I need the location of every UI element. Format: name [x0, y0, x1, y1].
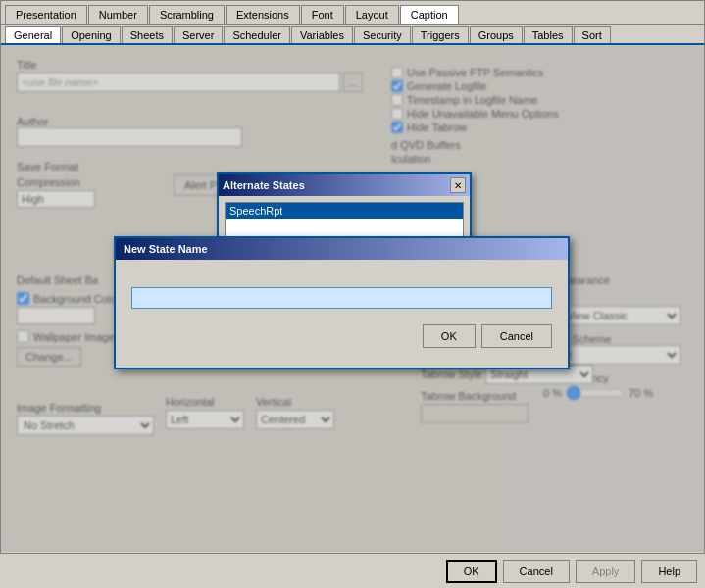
- tab-server[interactable]: Server: [174, 26, 223, 43]
- tab-layout[interactable]: Layout: [345, 5, 399, 24]
- apply-button[interactable]: Apply: [576, 560, 636, 583]
- new-state-ok-button[interactable]: OK: [423, 324, 476, 348]
- ok-button[interactable]: OK: [446, 560, 497, 583]
- help-button[interactable]: Help: [641, 560, 697, 583]
- tab-general[interactable]: General: [5, 26, 61, 43]
- new-state-title: New State Name: [124, 243, 208, 255]
- new-state-content: OK Cancel: [116, 260, 568, 368]
- second-tabs: General Opening Sheets Server Scheduler …: [1, 24, 704, 45]
- alt-states-titlebar: Alternate States ✕: [219, 174, 470, 196]
- new-state-cancel-button[interactable]: Cancel: [481, 324, 552, 348]
- new-state-btn-row: OK Cancel: [131, 324, 552, 356]
- content-area: Title ... Author Save Format Compression…: [1, 45, 704, 587]
- alt-states-close-button[interactable]: ✕: [450, 177, 466, 193]
- alt-states-title: Alternate States: [223, 179, 305, 191]
- tab-sort[interactable]: Sort: [574, 26, 611, 43]
- new-state-titlebar: New State Name: [116, 238, 568, 260]
- tab-presentation[interactable]: Presentation: [5, 5, 87, 24]
- tab-scrambling[interactable]: Scrambling: [149, 5, 225, 24]
- tab-variables[interactable]: Variables: [291, 26, 353, 43]
- tab-extensions[interactable]: Extensions: [226, 5, 300, 24]
- tab-scheduler[interactable]: Scheduler: [224, 26, 290, 43]
- tab-security[interactable]: Security: [354, 26, 411, 43]
- new-state-dialog: New State Name OK Cancel: [114, 236, 570, 369]
- tab-caption[interactable]: Caption: [400, 5, 459, 24]
- main-window: Presentation Number Scrambling Extension…: [0, 0, 705, 588]
- tab-groups[interactable]: Groups: [470, 26, 523, 43]
- tab-opening[interactable]: Opening: [62, 26, 121, 43]
- bottom-bar: OK Cancel Apply Help: [0, 553, 705, 588]
- tab-triggers[interactable]: Triggers: [412, 26, 469, 43]
- tab-font[interactable]: Font: [301, 5, 344, 24]
- tab-number[interactable]: Number: [88, 5, 148, 24]
- cancel-button[interactable]: Cancel: [503, 560, 570, 583]
- tab-tables[interactable]: Tables: [524, 26, 573, 43]
- list-item-speechrpt[interactable]: SpeechRpt: [226, 203, 463, 219]
- top-tabs: Presentation Number Scrambling Extension…: [1, 1, 704, 24]
- new-state-input[interactable]: [131, 287, 552, 309]
- tab-sheets[interactable]: Sheets: [122, 26, 173, 43]
